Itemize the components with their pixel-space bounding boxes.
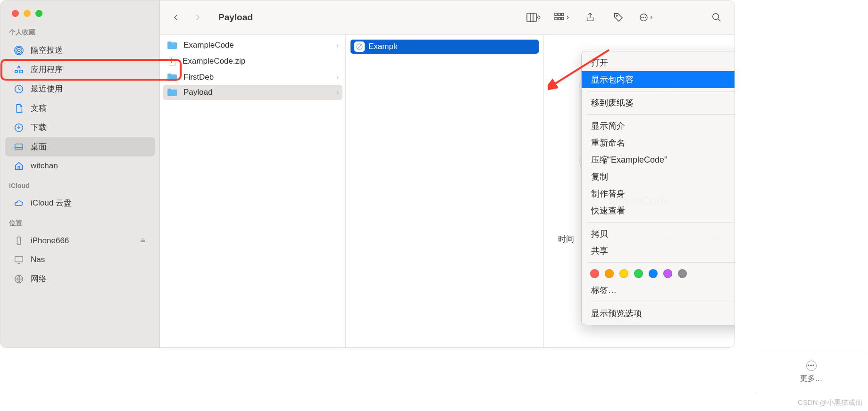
sidebar-item-label: 下载: [31, 122, 47, 133]
ctx-move-to-trash[interactable]: 移到废纸篓: [582, 94, 735, 111]
sidebar-item-label: iCloud 云盘: [31, 197, 72, 208]
sidebar-item-desktop[interactable]: 桌面: [5, 137, 155, 156]
zoom-window[interactable]: [35, 10, 42, 17]
svg-rect-7: [15, 257, 23, 262]
folder-icon: [167, 73, 178, 82]
ctx-tags-more[interactable]: 标签…: [582, 282, 735, 299]
tag-red[interactable]: [590, 269, 599, 278]
sb-section-locations: 位置: [0, 219, 159, 228]
ctx-copy[interactable]: 拷贝: [582, 225, 735, 242]
toolbar: Payload: [160, 0, 734, 35]
sidebar-item-nas[interactable]: Nas: [5, 250, 155, 269]
sidebar-item-label: 应用程序: [31, 64, 63, 75]
svg-point-0: [17, 49, 20, 52]
context-menu: 打开 显示包内容 移到废纸篓 显示简介 重新命名 压缩“ExampleCode”…: [581, 51, 735, 325]
tag-blue[interactable]: [649, 269, 658, 278]
display-icon: [14, 255, 24, 265]
view-columns-button[interactable]: [526, 12, 541, 23]
more-overlay[interactable]: ••• 更多…: [756, 351, 866, 393]
item-label: ExampleCode: [184, 41, 234, 50]
sidebar-item-label: Nas: [31, 255, 45, 264]
window-title: Payload: [218, 12, 253, 23]
ctx-duplicate[interactable]: 复制: [582, 168, 735, 185]
content-columns: ExampleCode › ExampleCode.zip FirstDeb ›…: [160, 35, 734, 347]
ctx-compress[interactable]: 压缩“ExampleCode”: [582, 151, 735, 168]
tag-yellow[interactable]: [619, 269, 628, 278]
watermark-text: CSDN @小黑猫成仙: [798, 398, 862, 407]
ctx-make-alias[interactable]: 制作替身: [582, 185, 735, 202]
tag-orange[interactable]: [605, 269, 614, 278]
list-item-selected[interactable]: Payload ›: [163, 85, 342, 100]
folder-icon: [167, 88, 178, 97]
svg-rect-10: [555, 13, 557, 16]
ctx-open[interactable]: 打开: [582, 54, 735, 71]
download-icon: [14, 123, 24, 133]
ctx-share[interactable]: 共享›: [582, 242, 735, 259]
item-label: FirstDeb: [184, 73, 214, 82]
sidebar-item-downloads[interactable]: 下载: [5, 118, 155, 137]
svg-rect-9: [527, 13, 536, 22]
tag-purple[interactable]: [663, 269, 672, 278]
close-window[interactable]: [12, 10, 19, 17]
main-area: Payload ExampleCode ›: [160, 0, 734, 347]
more-icon: •••: [806, 361, 817, 371]
chevron-right-icon: ›: [336, 74, 339, 81]
sidebar-item-network[interactable]: 网络: [5, 269, 155, 288]
document-icon: [14, 103, 24, 114]
share-button[interactable]: [583, 12, 598, 23]
home-icon: [14, 161, 24, 171]
sidebar-item-recents[interactable]: 最近使用: [5, 79, 155, 99]
eject-icon[interactable]: [140, 236, 146, 246]
ctx-show-preview-options[interactable]: 显示预览选项: [582, 305, 735, 322]
minimize-window[interactable]: [24, 10, 31, 17]
chevron-right-icon: ›: [336, 89, 339, 96]
ctx-separator: [587, 302, 735, 302]
more-label: 更多…: [800, 374, 823, 384]
group-button[interactable]: [554, 12, 569, 23]
sidebar-item-label: 隔空投送: [31, 45, 63, 56]
cloud-icon: [14, 198, 24, 208]
sidebar-item-airdrop[interactable]: 隔空投送: [5, 41, 155, 60]
ctx-separator: [587, 114, 735, 115]
ctx-get-info[interactable]: 显示简介: [582, 117, 735, 134]
sidebar-item-label: 最近使用: [31, 83, 63, 94]
list-item[interactable]: FirstDeb ›: [160, 70, 345, 85]
sidebar-item-label: 网络: [31, 273, 47, 284]
sidebar-item-iphone[interactable]: iPhone666: [5, 231, 155, 250]
sidebar-item-label: 文稿: [31, 103, 47, 114]
ctx-separator: [587, 222, 735, 222]
action-button[interactable]: [639, 12, 654, 23]
list-item[interactable]: ExampleCode.zip: [160, 53, 345, 70]
tags-button[interactable]: [611, 12, 626, 23]
list-item[interactable]: ExampleCode ›: [160, 38, 345, 53]
svg-rect-15: [561, 17, 564, 20]
ctx-rename[interactable]: 重新命名: [582, 134, 735, 151]
desktop-icon: [14, 142, 24, 152]
forward-button[interactable]: [192, 12, 203, 23]
tag-gray[interactable]: [678, 269, 687, 278]
search-button[interactable]: [709, 12, 724, 23]
back-button[interactable]: [170, 12, 182, 23]
svg-rect-12: [561, 13, 564, 16]
sb-section-favorites: 个人收藏: [0, 28, 159, 37]
sidebar-item-label: 桌面: [31, 141, 47, 152]
ctx-show-package-contents[interactable]: 显示包内容: [582, 71, 735, 88]
app-icon: [354, 41, 365, 52]
preview-row-label: 时间: [558, 234, 574, 245]
svg-point-21: [713, 14, 719, 20]
ctx-separator: [587, 91, 735, 91]
finder-window: 个人收藏 隔空投送 应用程序 最近使用 文稿 下载 桌面 witchan: [0, 0, 735, 348]
sidebar-item-icloud-drive[interactable]: iCloud 云盘: [5, 193, 155, 213]
sidebar-item-documents[interactable]: 文稿: [5, 99, 155, 118]
apps-icon: [14, 65, 24, 75]
svg-rect-13: [555, 17, 557, 20]
airdrop-icon: [14, 45, 24, 56]
svg-rect-22: [171, 58, 172, 63]
sidebar-item-home[interactable]: witchan: [5, 156, 155, 175]
sidebar-item-applications[interactable]: 应用程序: [5, 60, 155, 79]
column-1: ExampleCode › ExampleCode.zip FirstDeb ›…: [160, 35, 346, 347]
svg-point-16: [616, 15, 618, 16]
tag-green[interactable]: [634, 269, 643, 278]
ctx-quick-look[interactable]: 快速查看: [582, 202, 735, 219]
app-item-selected[interactable]: ExampleCode: [351, 40, 539, 54]
